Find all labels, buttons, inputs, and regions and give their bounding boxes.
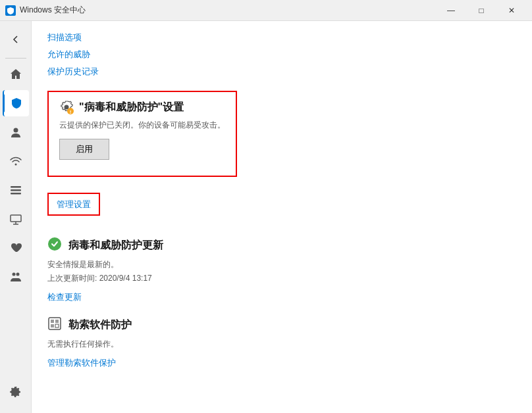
ransomware-title: 勒索软件防护 (47, 316, 516, 333)
titlebar-title: Windows 安全中心 (5, 5, 86, 16)
svg-rect-15 (55, 324, 59, 328)
svg-point-10 (48, 237, 61, 251)
update-icon (47, 237, 62, 254)
maximize-button[interactable]: □ (466, 0, 496, 21)
ransomware-icon (47, 316, 62, 333)
sidebar-divider (5, 58, 26, 59)
sidebar-item-settings[interactable] (3, 379, 29, 405)
sidebar-item-app[interactable] (3, 177, 29, 203)
sidebar-item-device[interactable] (3, 206, 29, 232)
settings-section-box: ! "病毒和威胁防护"设置 云提供的保护已关闭。你的设备可能易受攻击。 启用 (47, 91, 237, 177)
svg-rect-5 (11, 215, 21, 222)
sidebar-item-home[interactable] (3, 61, 29, 87)
allow-threats-link[interactable]: 允许的威胁 (47, 49, 516, 61)
back-button[interactable] (3, 26, 29, 53)
svg-point-6 (12, 273, 15, 276)
window-controls: — □ ✕ (436, 0, 527, 21)
svg-rect-4 (11, 193, 21, 195)
update-time: 上次更新时间: 2020/9/4 13:17 (47, 273, 516, 284)
scan-options-link[interactable]: 扫描选项 (47, 32, 516, 43)
close-button[interactable]: ✕ (496, 0, 527, 21)
protection-history-link[interactable]: 保护历史记录 (47, 66, 516, 78)
update-title-text: 病毒和威胁防护更新 (68, 239, 163, 253)
update-section: 病毒和威胁防护更新 安全情报是最新的。 上次更新时间: 2020/9/4 13:… (47, 237, 516, 303)
settings-section-title-text: "病毒和威胁防护"设置 (79, 101, 184, 114)
svg-rect-12 (51, 320, 54, 323)
update-title: 病毒和威胁防护更新 (47, 237, 516, 254)
ransomware-section: 勒索软件防护 无需执行任何操作。 管理勒索软件保护 (47, 316, 516, 369)
svg-point-7 (16, 273, 19, 276)
svg-rect-13 (55, 320, 59, 323)
svg-point-0 (13, 128, 18, 133)
sidebar-bottom (3, 379, 29, 408)
sidebar-item-network[interactable] (3, 148, 29, 174)
main-content: 扫描选项 允许的威胁 保护历史记录 ! (32, 21, 532, 413)
svg-point-1 (14, 164, 16, 166)
svg-text:!: ! (70, 109, 72, 114)
manage-link-box: 管理设置 (47, 193, 100, 216)
sidebar-item-family[interactable] (3, 264, 29, 290)
sidebar (0, 21, 32, 413)
settings-section-desc: 云提供的保护已关闭。你的设备可能易受攻击。 (59, 120, 225, 131)
enable-button[interactable]: 启用 (59, 139, 109, 160)
update-info: 安全情报是最新的。 (47, 259, 516, 270)
svg-rect-3 (11, 189, 21, 191)
ransomware-title-text: 勒索软件防护 (68, 318, 132, 332)
top-links: 扫描选项 允许的威胁 保护历史记录 (47, 32, 516, 78)
ransomware-desc: 无需执行任何操作。 (47, 339, 516, 350)
sidebar-item-account[interactable] (3, 119, 29, 145)
svg-rect-14 (51, 324, 54, 328)
manage-settings-link[interactable]: 管理设置 (57, 199, 91, 209)
settings-section-title: ! "病毒和威胁防护"设置 (59, 100, 225, 114)
app-icon (5, 5, 16, 16)
svg-rect-2 (11, 186, 21, 188)
sidebar-item-shield[interactable] (3, 90, 29, 116)
manage-ransomware-link[interactable]: 管理勒索软件保护 (47, 358, 116, 368)
window-title: Windows 安全中心 (20, 5, 86, 16)
minimize-button[interactable]: — (436, 0, 466, 21)
app-container: 扫描选项 允许的威胁 保护历史记录 ! (0, 21, 532, 413)
sidebar-item-health[interactable] (3, 235, 29, 261)
check-updates-link[interactable]: 检查更新 (47, 292, 82, 302)
titlebar: Windows 安全中心 — □ ✕ (0, 0, 532, 21)
gear-warning-icon: ! (59, 100, 74, 114)
